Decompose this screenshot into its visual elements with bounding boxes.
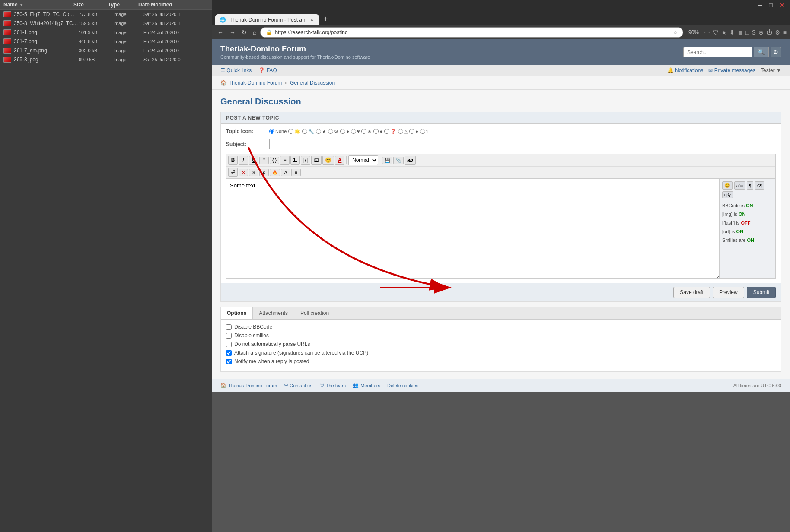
new-tab-btn[interactable]: +: [320, 13, 331, 25]
icon-none[interactable]: None: [269, 129, 287, 134]
subscript-btn[interactable]: ✕: [239, 169, 248, 176]
sync-icon[interactable]: S: [752, 29, 755, 36]
file-row[interactable]: 361-7.png 440.8 kB Image Fri 24 Jul 2020…: [0, 37, 212, 46]
icon-1[interactable]: 🌟: [288, 129, 300, 134]
contact-us-link[interactable]: ✉ Contact us: [284, 383, 312, 388]
maximize-btn[interactable]: □: [768, 2, 774, 9]
the-team-link[interactable]: 🛡 The team: [319, 383, 346, 388]
font-color-btn[interactable]: A: [281, 169, 290, 176]
icon-11[interactable]: ●: [409, 129, 418, 134]
greek-btn[interactable]: αβγ: [722, 191, 733, 198]
bold-btn[interactable]: B: [228, 156, 238, 165]
file-row[interactable]: 361-1.png 101.9 kB Image Fri 24 Jul 2020…: [0, 28, 212, 37]
col-name[interactable]: Name ▼: [3, 2, 73, 8]
advanced-search-btn[interactable]: ⚙: [771, 47, 781, 57]
smiley-btn[interactable]: 😊: [322, 156, 334, 165]
icon-2[interactable]: 🔧: [302, 129, 314, 134]
attach-signature-checkbox[interactable]: [226, 350, 232, 356]
code-btn[interactable]: { }: [270, 157, 279, 164]
settings-icon[interactable]: ⚙: [775, 29, 780, 36]
underline-btn[interactable]: U: [249, 156, 258, 165]
search-input[interactable]: [683, 47, 752, 57]
footer-home-link[interactable]: 🏠 Theriak-Domino Forum: [220, 383, 277, 388]
file-row[interactable]: 365-3.jpeg 69.9 kB Image Sat 25 Jul 2020…: [0, 55, 212, 64]
preview-btn[interactable]: Preview: [713, 287, 744, 298]
para-btn[interactable]: ¶: [747, 181, 753, 190]
list-unordered-btn[interactable]: ≡: [280, 156, 290, 165]
flash-btn[interactable]: 🔥: [270, 169, 280, 176]
color-btn[interactable]: A: [335, 156, 344, 165]
extensions-icon[interactable]: ⋯: [704, 29, 710, 36]
center-btn[interactable]: c: [259, 169, 269, 176]
tab-poll-creation[interactable]: Poll creation: [294, 307, 335, 319]
font-size-select[interactable]: Normal: [348, 155, 378, 165]
strikethrough-btn[interactable]: S̶: [249, 169, 258, 176]
col-type[interactable]: Type: [108, 2, 138, 8]
menu-icon[interactable]: ≡: [783, 29, 787, 36]
attach-btn[interactable]: 📎: [393, 157, 404, 164]
breadcrumb-section[interactable]: General Discussion: [290, 80, 335, 86]
faq-link[interactable]: ❓ FAQ: [258, 67, 277, 73]
home-btn[interactable]: ⌂: [251, 28, 258, 37]
file-row[interactable]: 350-5_Fig7_TD_TC_Comparison2.png 773.8 k…: [0, 10, 212, 19]
refresh-btn[interactable]: ↻: [239, 28, 249, 37]
private-messages-link[interactable]: ✉ Private messages: [708, 67, 755, 73]
save-draft-btn[interactable]: Save draft: [673, 287, 710, 298]
forward-btn[interactable]: →: [227, 28, 238, 37]
no-url-parse-checkbox[interactable]: [226, 342, 232, 347]
font-size-btn[interactable]: aáa: [734, 181, 745, 190]
notifications-link[interactable]: 🔔 Notifications: [667, 67, 704, 73]
col-size[interactable]: Size: [73, 2, 108, 8]
close-btn[interactable]: ✕: [778, 2, 787, 9]
bookmark2-icon[interactable]: ⊕: [758, 29, 764, 36]
dropdown-chevron[interactable]: ▼: [776, 67, 781, 73]
icon-12[interactable]: ℹ: [420, 129, 428, 134]
tab-attachments[interactable]: Attachments: [253, 307, 294, 319]
icon-3[interactable]: ★: [316, 129, 326, 134]
quote-btn[interactable]: ": [259, 157, 269, 164]
italic-btn[interactable]: I: [239, 156, 248, 165]
emoji-btn[interactable]: 😊: [722, 181, 733, 190]
icon-9[interactable]: ❓: [384, 129, 396, 134]
bookmark-icon[interactable]: ☆: [673, 30, 678, 35]
disable-bbcode-checkbox[interactable]: [226, 324, 232, 330]
pocket-icon[interactable]: □: [745, 29, 749, 36]
star-icon[interactable]: ★: [721, 29, 727, 36]
wysiwyg-btn[interactable]: ab: [405, 156, 416, 165]
tab-options[interactable]: Options: [221, 307, 253, 319]
file-row[interactable]: 361-7_sm.png 302.0 kB Image Fri 24 Jul 2…: [0, 46, 212, 55]
breadcrumb-home[interactable]: 🏠 Theriak-Domino Forum: [220, 80, 282, 86]
draft-btn[interactable]: 💾: [382, 157, 392, 164]
icon-6[interactable]: ♥: [351, 129, 360, 134]
minimize-btn[interactable]: ─: [756, 2, 764, 9]
icon-5[interactable]: ●: [340, 129, 349, 134]
superscript-btn[interactable]: x2: [228, 168, 238, 177]
icon-10[interactable]: △: [398, 129, 408, 134]
icon-8[interactable]: ●: [373, 129, 382, 134]
image-btn[interactable]: 🖼: [311, 156, 322, 165]
back-btn[interactable]: ←: [215, 28, 226, 37]
members-link[interactable]: 👥 Members: [353, 383, 380, 388]
col-date[interactable]: Date Modified: [138, 2, 208, 8]
download-icon[interactable]: ⬇: [729, 29, 735, 36]
list-ordered-btn[interactable]: 1.: [290, 156, 300, 165]
quicklinks-menu[interactable]: ☰ Quick links: [220, 67, 252, 73]
active-tab[interactable]: 🌐 Theriak-Domino Forum - Post a n ✕: [215, 14, 319, 25]
cite-btn[interactable]: C¶: [755, 181, 764, 190]
submit-btn[interactable]: Submit: [747, 287, 776, 298]
subject-input[interactable]: [269, 139, 416, 149]
notify-reply-checkbox[interactable]: [226, 359, 232, 364]
file-row[interactable]: 350-8_White2014fig7_TC-TD_comp.png 159.5…: [0, 19, 212, 28]
disable-smilies-checkbox[interactable]: [226, 333, 232, 339]
tab-close-btn[interactable]: ✕: [310, 17, 314, 23]
sidebar-icon[interactable]: ▥: [737, 29, 743, 36]
url-btn[interactable]: [/]: [301, 156, 310, 165]
power-icon[interactable]: ⏻: [766, 29, 772, 36]
shield-icon[interactable]: 🛡: [713, 29, 719, 36]
icon-7[interactable]: ☀: [361, 129, 372, 134]
delete-cookies-link[interactable]: Delete cookies: [387, 383, 418, 388]
editor-textarea[interactable]: Some text ...: [226, 179, 719, 278]
search-submit-btn[interactable]: 🔍: [754, 47, 769, 57]
url-bar[interactable]: 🔒 https://research-talk.org/posting ☆: [260, 27, 683, 38]
indent-btn[interactable]: ≡: [291, 169, 301, 176]
